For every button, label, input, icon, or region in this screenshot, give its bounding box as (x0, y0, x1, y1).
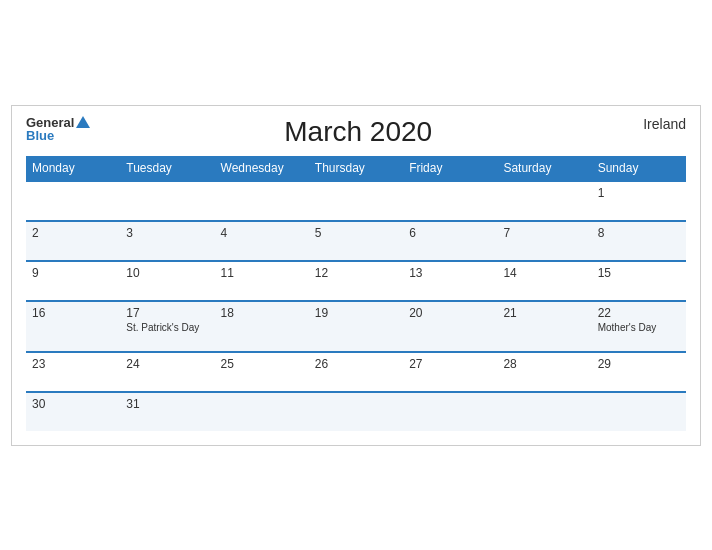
calendar-cell: 4 (215, 221, 309, 261)
week-row-3: 1617St. Patrick's Day1819202122Mother's … (26, 301, 686, 352)
calendar-cell: 7 (497, 221, 591, 261)
calendar-cell (120, 181, 214, 221)
week-row-1: 2345678 (26, 221, 686, 261)
day-number: 13 (409, 266, 491, 280)
weekday-header-thursday: Thursday (309, 156, 403, 181)
calendar-cell: 26 (309, 352, 403, 392)
day-number: 22 (598, 306, 680, 320)
weekday-header-saturday: Saturday (497, 156, 591, 181)
day-number: 14 (503, 266, 585, 280)
day-number: 10 (126, 266, 208, 280)
day-number: 1 (598, 186, 680, 200)
calendar-cell: 10 (120, 261, 214, 301)
weekday-header-row: MondayTuesdayWednesdayThursdayFridaySatu… (26, 156, 686, 181)
calendar-container: General Blue March 2020 Ireland MondayTu… (11, 105, 701, 446)
day-number: 7 (503, 226, 585, 240)
calendar-header: General Blue March 2020 Ireland (26, 116, 686, 148)
day-number: 26 (315, 357, 397, 371)
calendar-cell: 30 (26, 392, 120, 431)
day-number: 29 (598, 357, 680, 371)
calendar-cell (497, 392, 591, 431)
week-row-0: 1 (26, 181, 686, 221)
day-number: 6 (409, 226, 491, 240)
calendar-cell (403, 392, 497, 431)
calendar-cell (497, 181, 591, 221)
calendar-cell: 21 (497, 301, 591, 352)
day-event: St. Patrick's Day (126, 322, 208, 333)
day-number: 3 (126, 226, 208, 240)
calendar-cell: 11 (215, 261, 309, 301)
day-number: 9 (32, 266, 114, 280)
week-row-2: 9101112131415 (26, 261, 686, 301)
calendar-cell (26, 181, 120, 221)
week-row-4: 23242526272829 (26, 352, 686, 392)
logo: General Blue (26, 116, 90, 142)
calendar-cell: 5 (309, 221, 403, 261)
day-number: 11 (221, 266, 303, 280)
calendar-cell: 9 (26, 261, 120, 301)
calendar-cell: 2 (26, 221, 120, 261)
day-number: 5 (315, 226, 397, 240)
day-number: 25 (221, 357, 303, 371)
week-row-5: 3031 (26, 392, 686, 431)
calendar-grid: MondayTuesdayWednesdayThursdayFridaySatu… (26, 156, 686, 431)
weekday-header-monday: Monday (26, 156, 120, 181)
day-number: 12 (315, 266, 397, 280)
calendar-cell: 20 (403, 301, 497, 352)
calendar-cell: 28 (497, 352, 591, 392)
calendar-cell: 29 (592, 352, 686, 392)
calendar-cell (403, 181, 497, 221)
day-number: 23 (32, 357, 114, 371)
calendar-title: March 2020 (90, 116, 626, 148)
calendar-cell (309, 181, 403, 221)
calendar-cell: 1 (592, 181, 686, 221)
day-number: 2 (32, 226, 114, 240)
calendar-cell: 13 (403, 261, 497, 301)
calendar-cell: 3 (120, 221, 214, 261)
calendar-cell (215, 181, 309, 221)
calendar-cell: 15 (592, 261, 686, 301)
calendar-cell: 8 (592, 221, 686, 261)
calendar-cell: 31 (120, 392, 214, 431)
logo-general-text: General (26, 116, 74, 129)
calendar-cell: 16 (26, 301, 120, 352)
day-number: 31 (126, 397, 208, 411)
day-number: 30 (32, 397, 114, 411)
calendar-cell: 24 (120, 352, 214, 392)
day-number: 8 (598, 226, 680, 240)
day-number: 18 (221, 306, 303, 320)
weekday-header-sunday: Sunday (592, 156, 686, 181)
day-number: 15 (598, 266, 680, 280)
weekday-header-wednesday: Wednesday (215, 156, 309, 181)
logo-triangle-icon (76, 116, 90, 128)
calendar-cell: 22Mother's Day (592, 301, 686, 352)
day-number: 27 (409, 357, 491, 371)
day-number: 21 (503, 306, 585, 320)
calendar-cell: 25 (215, 352, 309, 392)
calendar-cell: 6 (403, 221, 497, 261)
calendar-cell: 12 (309, 261, 403, 301)
weekday-header-friday: Friday (403, 156, 497, 181)
calendar-cell (309, 392, 403, 431)
calendar-country: Ireland (626, 116, 686, 132)
day-number: 19 (315, 306, 397, 320)
calendar-cell: 19 (309, 301, 403, 352)
weekday-header-tuesday: Tuesday (120, 156, 214, 181)
calendar-cell (215, 392, 309, 431)
day-number: 16 (32, 306, 114, 320)
calendar-cell: 27 (403, 352, 497, 392)
calendar-cell (592, 392, 686, 431)
day-event: Mother's Day (598, 322, 680, 333)
day-number: 24 (126, 357, 208, 371)
calendar-cell: 18 (215, 301, 309, 352)
day-number: 17 (126, 306, 208, 320)
day-number: 4 (221, 226, 303, 240)
day-number: 20 (409, 306, 491, 320)
day-number: 28 (503, 357, 585, 371)
calendar-cell: 17St. Patrick's Day (120, 301, 214, 352)
logo-blue-text: Blue (26, 129, 54, 142)
calendar-cell: 14 (497, 261, 591, 301)
calendar-cell: 23 (26, 352, 120, 392)
